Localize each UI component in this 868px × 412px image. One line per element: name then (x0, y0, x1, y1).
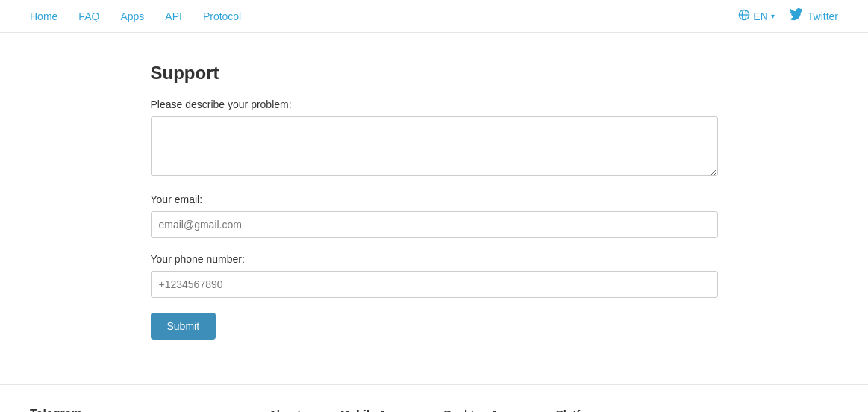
support-form: Please describe your problem: Your email… (151, 99, 718, 340)
footer-brand: Telegram Telegram is a cloud-based mobil… (30, 408, 224, 412)
email-group: Your email: (151, 193, 718, 238)
phone-input[interactable] (151, 271, 718, 298)
twitter-label: Twitter (808, 10, 838, 22)
footer-columns: About FAQ Privacy Press Mobile Apps iPho… (269, 408, 838, 412)
main-nav: Home FAQ Apps API Protocol (30, 10, 241, 22)
footer-inner: Telegram Telegram is a cloud-based mobil… (30, 408, 838, 412)
problem-group: Please describe your problem: (151, 99, 718, 178)
language-selector[interactable]: EN ▾ (738, 9, 774, 23)
header-right: EN ▾ Twitter (738, 8, 838, 24)
nav-apps[interactable]: Apps (120, 10, 144, 22)
footer-col-desktop-title: Desktop Apps (444, 408, 519, 412)
footer-brand-name: Telegram (30, 408, 224, 412)
chevron-down-icon: ▾ (771, 12, 775, 20)
submit-button[interactable]: Submit (151, 313, 216, 340)
header: Home FAQ Apps API Protocol EN ▾ Twitt (0, 0, 868, 33)
nav-api[interactable]: API (165, 10, 182, 22)
nav-protocol[interactable]: Protocol (203, 10, 241, 22)
footer: Telegram Telegram is a cloud-based mobil… (0, 384, 868, 412)
footer-col-mobile-title: Mobile Apps (340, 408, 407, 412)
email-input[interactable] (151, 211, 718, 238)
footer-col-about-title: About (269, 408, 303, 412)
main-content: Support Please describe your problem: Yo… (136, 63, 733, 340)
lang-label: EN (753, 10, 767, 22)
nav-home[interactable]: Home (30, 10, 57, 22)
email-label: Your email: (151, 193, 718, 205)
footer-col-desktop: Desktop Apps PC/Mac/Linux macOS Web-brow… (444, 408, 519, 412)
twitter-bird-icon (790, 8, 803, 24)
twitter-link[interactable]: Twitter (790, 8, 838, 24)
phone-group: Your phone number: (151, 253, 718, 298)
phone-label: Your phone number: (151, 253, 718, 265)
problem-textarea[interactable] (151, 116, 718, 176)
globe-icon (738, 9, 750, 23)
problem-label: Please describe your problem: (151, 99, 718, 110)
nav-faq[interactable]: FAQ (78, 10, 99, 22)
footer-col-platform-title: Platform (556, 408, 613, 412)
footer-col-about: About FAQ Privacy Press (269, 408, 303, 412)
footer-col-mobile: Mobile Apps iPhone/iPad Android Mobile W… (340, 408, 407, 412)
page-title: Support (151, 63, 718, 84)
footer-col-platform: Platform API Translations Instant View (556, 408, 613, 412)
